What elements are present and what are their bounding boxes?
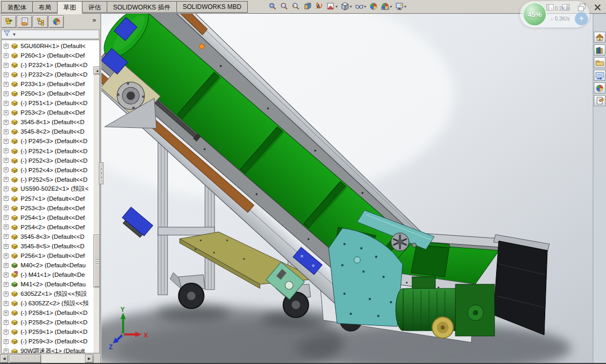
display-manager-tab[interactable] xyxy=(49,15,64,28)
tree-item[interactable]: +(-) P252<4> (Default<<D xyxy=(2,165,99,175)
tree-item[interactable]: +M41<2> (Default<Defau xyxy=(2,279,99,289)
tree-item[interactable]: +(-) P258<2> (Default<<D xyxy=(2,318,99,327)
tree-item[interactable]: +3545-8<2> (Default<<D xyxy=(2,127,99,136)
hide-show-items-icon[interactable]: ▾ xyxy=(353,2,368,11)
expand-toggle[interactable]: + xyxy=(4,148,8,153)
tree-item[interactable]: +(-) P259<1> (Default<<D xyxy=(2,327,99,337)
feature-manager-tree-tab[interactable] xyxy=(1,15,16,28)
expand-toggle[interactable]: + xyxy=(4,244,8,249)
expand-toggle[interactable]: + xyxy=(4,311,8,315)
tree-item[interactable]: +6305ZZ<1> (預設<<預設 xyxy=(2,289,99,298)
expand-toggle[interactable]: + xyxy=(4,273,8,277)
expand-toggle[interactable]: + xyxy=(4,215,8,220)
scroll-thumb[interactable] xyxy=(10,354,41,363)
expand-toggle[interactable]: + xyxy=(4,196,8,201)
expand-toggle[interactable]: + xyxy=(4,177,8,182)
tree-item[interactable]: +(-) M41<1> (Default<De xyxy=(2,270,99,279)
tree-item[interactable]: +(-) P252<1> (Default<<D xyxy=(2,146,99,156)
expand-toggle[interactable]: + xyxy=(4,139,8,144)
expand-toggle[interactable]: + xyxy=(4,292,8,296)
expand-toggle[interactable]: + xyxy=(4,101,8,106)
expand-toggle[interactable]: + xyxy=(4,282,8,287)
tree-item[interactable]: +(-) P232<2> (Default<<D xyxy=(2,70,99,79)
tree-vertical-scrollbar[interactable]: ▲ ▼ xyxy=(94,67,100,353)
tree-item[interactable]: +P233<1> (Default<<Def xyxy=(2,79,99,89)
tree-item[interactable]: +P257<1> (Default<<Def xyxy=(2,194,99,203)
file-explorer-tab[interactable] xyxy=(594,57,605,68)
tree-item[interactable]: +P253<2> (Default<<Def xyxy=(2,108,99,117)
view-settings-icon[interactable]: ▾ xyxy=(394,2,408,11)
rotate-view-icon[interactable]: A xyxy=(313,2,325,11)
dropdown-caret[interactable]: ▾ xyxy=(350,4,352,9)
dropdown-caret[interactable]: ▾ xyxy=(335,4,338,9)
scroll-up-button[interactable]: ▲ xyxy=(94,67,100,74)
progress-ball[interactable]: 45% xyxy=(523,2,547,26)
tree-item[interactable]: +(-) 6305ZZ<2> (預設<<預 xyxy=(2,298,99,308)
expand-toggle[interactable]: + xyxy=(4,53,8,58)
command-tab[interactable]: 布局 xyxy=(32,1,57,13)
expand-toggle[interactable]: + xyxy=(4,225,8,229)
expand-toggle[interactable]: + xyxy=(4,91,8,96)
view-palette-tab[interactable] xyxy=(594,70,605,81)
tree-item[interactable]: +P254<1> (Default<<Def xyxy=(2,213,99,222)
tree-item[interactable]: +M40<2> (Default<Defau xyxy=(2,260,99,270)
zoom-fit-icon[interactable] xyxy=(267,2,278,11)
tree-item[interactable]: +3545-8<1> (Default<<D xyxy=(2,117,99,127)
scroll-right-button[interactable]: ▶ xyxy=(85,354,94,363)
design-library-tab[interactable] xyxy=(594,44,605,55)
tree-item[interactable]: +(-) P258<1> (Default<<D xyxy=(2,308,99,318)
tree-item[interactable]: +(-) P232<1> (Default<<D xyxy=(2,60,99,70)
expand-toggle[interactable]: + xyxy=(4,320,8,325)
dropdown-caret[interactable]: ▾ xyxy=(390,4,392,9)
tree-item[interactable]: +5GU60RH<1> (Default< xyxy=(2,41,99,51)
expand-toggle[interactable]: + xyxy=(4,129,8,134)
tree-item[interactable]: +US590-502E2<1> (預設< xyxy=(2,184,99,194)
expand-toggle[interactable]: + xyxy=(4,110,8,115)
filter-dropdown-caret[interactable]: ▼ xyxy=(12,32,16,37)
tree-item[interactable]: +90W調速器<1> (Default xyxy=(2,347,99,354)
dropdown-caret[interactable]: ▾ xyxy=(364,4,366,9)
tree-item[interactable]: +P254<2> (Default<<Def xyxy=(2,222,99,232)
expand-toggle[interactable]: + xyxy=(4,206,8,210)
property-manager-tab[interactable] xyxy=(17,15,32,28)
expand-toggle[interactable]: + xyxy=(4,167,8,172)
command-tab[interactable]: 评估 xyxy=(82,1,107,13)
tree-item[interactable]: +(-) P252<3> (Default<<D xyxy=(2,156,99,165)
expand-toggle[interactable]: + xyxy=(4,339,8,344)
expand-toggle[interactable]: + xyxy=(4,158,8,163)
scroll-left-button[interactable]: ◀ xyxy=(0,354,8,363)
command-tab[interactable]: 装配体 xyxy=(1,1,32,13)
tree-item[interactable]: +(-) P259<3> (Default<<D xyxy=(2,337,99,346)
expand-toggle[interactable]: + xyxy=(4,349,8,353)
tree-item[interactable]: +(-) P245<3> (Default<<D xyxy=(2,136,99,146)
expand-toggle[interactable]: + xyxy=(4,330,8,334)
tree-item[interactable]: +3545-8<3> (Default<<D xyxy=(2,232,99,241)
scroll-thumb[interactable] xyxy=(94,235,100,287)
tree-item[interactable]: +3545-8<5> (Default<<D xyxy=(2,241,99,251)
command-tab[interactable]: 草图 xyxy=(57,1,82,14)
add-task-button[interactable]: + xyxy=(575,12,588,25)
tree-item[interactable]: +P250<1> (Default<<Def xyxy=(2,89,99,98)
tree-item[interactable]: +P256<1> (Default<<Def xyxy=(2,251,99,260)
panel-overflow-button[interactable]: » xyxy=(92,16,96,24)
command-tab[interactable]: SOLIDWORKS MBD xyxy=(176,1,248,13)
filter-funnel-icon[interactable] xyxy=(3,30,11,39)
panel-splitter[interactable] xyxy=(99,162,104,184)
tree-item[interactable]: +P260<1> (Default<<Def xyxy=(2,51,99,60)
command-tab[interactable]: SOLIDWORKS 插件 xyxy=(107,1,176,13)
configuration-manager-tab[interactable] xyxy=(33,15,48,28)
previous-view-icon[interactable] xyxy=(290,2,302,11)
zoom-area-icon[interactable] xyxy=(278,2,290,11)
expand-toggle[interactable]: + xyxy=(4,234,8,239)
section-view-icon[interactable] xyxy=(302,2,313,11)
view-orientation-icon[interactable]: ▾ xyxy=(339,2,353,11)
expand-toggle[interactable]: + xyxy=(4,186,8,191)
expand-toggle[interactable]: + xyxy=(4,301,8,306)
expand-toggle[interactable]: + xyxy=(4,72,8,77)
expand-toggle[interactable]: + xyxy=(4,120,8,125)
close-icon[interactable] xyxy=(592,3,603,12)
expand-toggle[interactable]: + xyxy=(4,254,8,258)
accelerator-overlay-widget[interactable]: 45% ↑0.2K/s ↓0.3K/s + xyxy=(520,1,590,27)
display-style-icon[interactable]: ▾ xyxy=(325,2,339,11)
appearances-scenes-tab[interactable] xyxy=(594,82,605,94)
